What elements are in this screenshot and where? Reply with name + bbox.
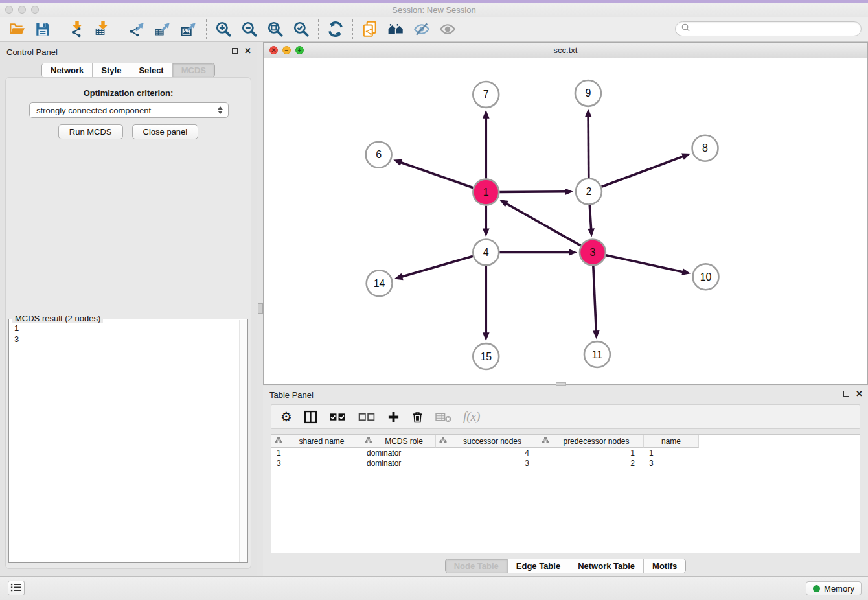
run-mcds-button[interactable]: Run MCDS (58, 124, 123, 139)
float-panel-icon[interactable] (232, 48, 238, 54)
split-pane-handle-horizontal[interactable] (556, 382, 566, 386)
graph-node-label: 2 (586, 186, 591, 197)
float-table-panel-icon[interactable] (843, 391, 849, 397)
import-table-icon[interactable] (90, 19, 116, 40)
table-settings-icon[interactable]: ⚙ (280, 408, 292, 425)
tab-motifs[interactable]: Motifs (644, 559, 685, 573)
table-cell[interactable]: 4 (436, 448, 538, 458)
table-row[interactable]: 1dominator411 (271, 448, 700, 458)
table-panel-header: Table Panel ✕ (263, 389, 868, 402)
graph-edge-3-1[interactable] (506, 203, 581, 246)
table-cell[interactable]: dominator (361, 458, 436, 468)
toggle-panes-icon[interactable] (304, 408, 317, 425)
graph-edge-4-14[interactable] (401, 256, 473, 277)
select-all-columns-icon[interactable] (329, 408, 347, 425)
mcds-result-node: 3 (14, 334, 242, 345)
refresh-network-icon[interactable] (323, 19, 348, 40)
graph-node-label: 9 (585, 87, 591, 98)
session-title: Session: New Session (0, 5, 868, 15)
network-overview-icon[interactable] (383, 19, 409, 40)
memory-button[interactable]: Memory (806, 581, 862, 595)
table-cell[interactable]: 1 (538, 448, 644, 458)
edge-arrowhead (569, 249, 577, 256)
table-cell[interactable]: 3 (644, 458, 699, 468)
graph-node-label: 10 (700, 271, 712, 283)
import-network-icon[interactable] (64, 19, 90, 40)
open-session-icon[interactable] (4, 19, 30, 40)
save-session-icon[interactable] (30, 19, 56, 40)
mcds-result-box: MCDS result (2 nodes) 13 (8, 319, 248, 563)
show-panels-icon[interactable] (435, 19, 461, 40)
zoom-fit-icon[interactable] (262, 19, 288, 40)
node-table: shared nameMCDS rolesuccessor nodesprede… (271, 434, 860, 553)
graph-edge-2-9[interactable] (588, 116, 589, 178)
column-header-shared-name[interactable]: shared name (271, 435, 361, 448)
delete-table-icon (435, 408, 451, 425)
edge-arrowhead (588, 228, 595, 237)
control-panel: Control Panel ✕ NetworkStyleSelectMCDS O… (0, 42, 257, 577)
tab-network-table[interactable]: Network Table (569, 559, 644, 573)
search-input[interactable] (693, 23, 861, 36)
close-table-panel-icon[interactable]: ✕ (856, 390, 863, 397)
zoom-out-icon[interactable] (236, 19, 262, 40)
mcds-result-title: MCDS result (2 nodes) (12, 314, 103, 323)
hierarchy-icon (271, 436, 282, 446)
split-pane-handle-vertical[interactable] (258, 303, 263, 314)
main-toolbar (0, 17, 868, 42)
table-row[interactable]: 3dominator323 (271, 458, 700, 468)
graph-node-label: 7 (483, 89, 489, 100)
mcds-result-list: 13 (9, 319, 247, 348)
column-header-successor-nodes[interactable]: successor nodes (436, 435, 538, 448)
close-panel-icon[interactable]: ✕ (244, 47, 251, 54)
memory-status-icon (813, 585, 820, 592)
column-header-predecessor-nodes[interactable]: predecessor nodes (538, 435, 644, 448)
network-canvas[interactable]: 7968124314101511 (264, 58, 867, 384)
table-cell[interactable]: dominator (361, 448, 436, 458)
edge-arrowhead (483, 332, 490, 341)
export-table-icon[interactable] (150, 19, 176, 40)
table-cell[interactable]: 1 (644, 448, 699, 458)
close-panel-button[interactable]: Close panel (132, 124, 199, 139)
add-column-icon[interactable] (387, 408, 400, 425)
table-toolbar: ⚙f(x) (271, 404, 860, 429)
export-image-icon[interactable] (176, 19, 202, 40)
column-header-name[interactable]: name (644, 435, 699, 448)
delete-columns-icon[interactable] (411, 408, 424, 425)
table-panel: Table Panel ✕ ⚙f(x) shared nameMCDS role… (263, 386, 868, 577)
table-cell[interactable]: 3 (271, 458, 361, 468)
table-cell[interactable]: 2 (538, 458, 644, 468)
graph-edge-1-2[interactable] (499, 192, 566, 192)
search-field[interactable] (675, 21, 862, 36)
export-network-icon[interactable] (124, 19, 150, 40)
graph-edge-2-8[interactable] (602, 156, 684, 187)
tab-select[interactable]: Select (130, 63, 172, 77)
edge-arrowhead (593, 330, 600, 339)
graph-edge-3-11[interactable] (593, 266, 597, 332)
search-icon (681, 23, 691, 35)
graph-edge-3-10[interactable] (606, 255, 683, 272)
task-history-button[interactable] (8, 581, 25, 595)
graph-edge-1-6[interactable] (400, 162, 474, 187)
table-header-row: shared nameMCDS rolesuccessor nodesprede… (271, 435, 700, 448)
tab-style[interactable]: Style (93, 63, 130, 77)
zoom-in-icon[interactable] (211, 19, 236, 40)
table-cell[interactable]: 3 (436, 458, 538, 468)
zoom-selected-icon[interactable] (288, 19, 314, 40)
result-scrollbar[interactable] (239, 320, 247, 562)
tab-mcds[interactable]: MCDS (173, 63, 214, 77)
tab-edge-table[interactable]: Edge Table (508, 559, 569, 573)
toolbar-separator (60, 19, 60, 39)
criterion-dropdown[interactable]: strongly connected component (29, 102, 229, 118)
hierarchy-icon (436, 436, 447, 446)
tab-network[interactable]: Network (42, 63, 93, 77)
hide-panels-icon[interactable] (409, 19, 435, 40)
tab-node-table[interactable]: Node Table (446, 559, 508, 573)
graph-edge-2-3[interactable] (589, 205, 591, 230)
unselect-all-columns-icon[interactable] (358, 408, 376, 425)
column-header-mcds-role[interactable]: MCDS role (361, 435, 436, 448)
control-panel-title: Control Panel (6, 47, 58, 57)
table-cell[interactable]: 1 (271, 448, 361, 458)
edge-arrowhead (394, 273, 404, 280)
clone-network-icon[interactable] (357, 19, 383, 40)
table-panel-title: Table Panel (269, 390, 314, 400)
